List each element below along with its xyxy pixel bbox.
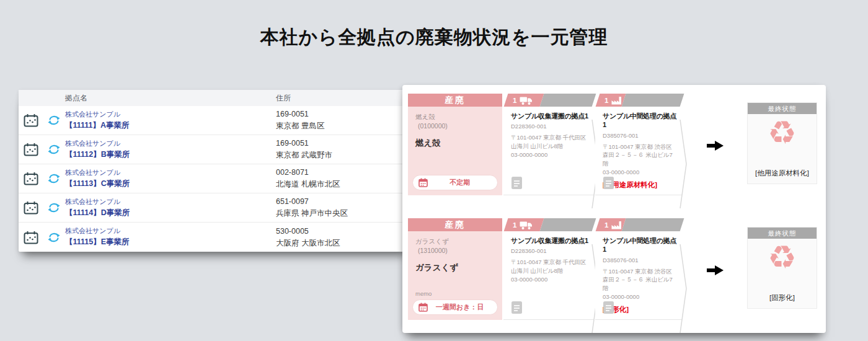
flow-arrow-icon bbox=[707, 265, 724, 275]
postal-code: 002-8071 bbox=[276, 167, 340, 179]
badge-tail bbox=[622, 218, 684, 231]
waste-code: (0100000) bbox=[415, 122, 497, 130]
transport-address: 〒101-0047 東京都 千代田区 山海川 山川ビル8階 bbox=[511, 258, 589, 275]
address-text: 北海道 札幌市北区 bbox=[276, 179, 340, 190]
table-row: 株式会社サンプル 【11114】D事業所 651-0097 兵庫県 神戸市中央区 bbox=[19, 193, 409, 223]
final-state-header: 最終状態 bbox=[748, 228, 817, 239]
address-cell: 169-0051 東京都 豊島区 bbox=[276, 108, 324, 132]
transport-address: 〒101-0047 東京都 千代田区 山海川 山川ビル8階 bbox=[511, 133, 589, 151]
postal-code: 169-0051 bbox=[276, 138, 332, 149]
table-row: 株式会社サンプル 【11112】B事業所 169-0051 東京都 武蔵野市 bbox=[19, 135, 409, 164]
refresh-icon[interactable] bbox=[46, 201, 61, 215]
processing-badge: 1 bbox=[596, 218, 684, 231]
processing-count: 1 bbox=[604, 97, 608, 104]
site-link[interactable]: 【11115】E事業所 bbox=[65, 236, 276, 247]
manifest-icon[interactable] bbox=[511, 301, 523, 314]
transport-phone: 03-0000-0000 bbox=[511, 275, 589, 284]
final-state-label: [固形化] bbox=[748, 293, 817, 303]
memo-label: memo bbox=[415, 290, 432, 297]
recycle-icon: ♻ bbox=[748, 115, 817, 151]
final-state-label: [他用途原材料化] bbox=[748, 169, 817, 178]
company-link[interactable]: 株式会社サンプル bbox=[65, 139, 276, 149]
waste-flow-card: 産廃 燃え殻 (0100000) 燃え殻 不定期 1 bbox=[408, 94, 826, 195]
site-link[interactable]: 【11111】A事業所 bbox=[65, 120, 276, 131]
company-link[interactable]: 株式会社サンプル bbox=[65, 197, 276, 207]
company-link[interactable]: 株式会社サンプル bbox=[65, 226, 276, 236]
column-header-site-name: 拠点名 bbox=[65, 93, 276, 104]
waste-info-column: 産廃 ガラスくず (1310000) ガラスくず memo 一週間おき：日 bbox=[408, 218, 502, 320]
manifest-icon[interactable] bbox=[603, 301, 614, 314]
schedule-pill[interactable]: 不定期 bbox=[412, 175, 498, 190]
site-name-cell: 株式会社サンプル 【11115】E事業所 bbox=[65, 226, 276, 247]
truck-icon bbox=[520, 96, 533, 105]
table-row: 株式会社サンプル 【11115】E事業所 530-0005 大阪府 大阪市北区 bbox=[19, 223, 409, 252]
site-link[interactable]: 【11113】C事業所 bbox=[65, 178, 276, 189]
site-link[interactable]: 【11112】B事業所 bbox=[65, 149, 276, 160]
processing-id: D385076-001 bbox=[603, 132, 677, 139]
processing-address: 〒101-0047 東京都 渋谷区 森田２－５－６ 米山ビル7階 bbox=[603, 267, 677, 293]
schedule-pill[interactable]: 一週間おき：日 bbox=[412, 299, 498, 315]
address-text: 東京都 豊島区 bbox=[276, 120, 324, 132]
processing-address: 〒101-0047 東京都 渋谷区 森田２－５－６ 米山ビル7階 bbox=[603, 143, 677, 168]
transport-count: 1 bbox=[513, 221, 516, 229]
waste-category-header: 産廃 bbox=[408, 218, 502, 231]
company-link[interactable]: 株式会社サンプル bbox=[65, 168, 276, 178]
factory-icon bbox=[611, 221, 622, 229]
refresh-icon[interactable] bbox=[46, 143, 61, 156]
factory-icon bbox=[611, 96, 622, 105]
site-name-cell: 株式会社サンプル 【11114】D事業所 bbox=[65, 197, 276, 218]
processing-title: サンプル中間処理の拠点1 bbox=[603, 112, 677, 130]
calendar-chart-icon[interactable] bbox=[24, 231, 38, 244]
column-header-address: 住所 bbox=[276, 93, 291, 104]
postal-code: 530-0005 bbox=[276, 226, 340, 237]
waste-category-header: 産廃 bbox=[408, 94, 502, 107]
transport-count: 1 bbox=[513, 97, 516, 104]
refresh-icon[interactable] bbox=[46, 231, 61, 244]
final-state-box: 最終状態 ♻ [固形化] bbox=[747, 227, 817, 309]
schedule-text: 一週間おき：日 bbox=[428, 303, 492, 312]
address-text: 大阪府 大阪市北区 bbox=[276, 237, 340, 249]
calendar-icon bbox=[418, 303, 428, 312]
manifest-icon[interactable] bbox=[603, 176, 614, 190]
processing-count: 1 bbox=[604, 221, 608, 229]
refresh-icon[interactable] bbox=[46, 113, 61, 127]
site-link[interactable]: 【11114】D事業所 bbox=[65, 207, 276, 218]
page-title: 本社から全拠点の廃棄物状況を一元管理 bbox=[0, 25, 868, 50]
transport-badge: 1 bbox=[504, 218, 596, 231]
flow-arrow-icon bbox=[707, 141, 724, 151]
transport-title: サンプル収集運搬の拠点1 bbox=[511, 236, 589, 245]
address-cell: 530-0005 大阪府 大阪市北区 bbox=[276, 226, 340, 249]
waste-flow-card: 産廃 ガラスくず (1310000) ガラスくず memo 一週間おき：日 1 bbox=[408, 218, 826, 320]
address-cell: 651-0097 兵庫県 神戸市中央区 bbox=[276, 196, 348, 219]
address-cell: 169-0051 東京都 武蔵野市 bbox=[276, 138, 332, 161]
waste-name-small: ガラスくず bbox=[415, 237, 497, 247]
table-row: 株式会社サンプル 【11111】A事業所 169-0051 東京都 豊島区 bbox=[19, 106, 409, 135]
postal-code: 169-0051 bbox=[276, 108, 324, 120]
calendar-chart-icon[interactable] bbox=[24, 143, 38, 156]
manifest-icon[interactable] bbox=[511, 176, 523, 190]
processing-phone: 03-0000-0000 bbox=[603, 168, 677, 177]
table-header: 拠点名 住所 bbox=[19, 90, 409, 106]
table-row: 株式会社サンプル 【11113】C事業所 002-8071 北海道 札幌市北区 bbox=[19, 164, 409, 193]
badge-tail bbox=[540, 218, 596, 231]
transport-title: サンプル収集運搬の拠点1 bbox=[511, 112, 589, 120]
calendar-chart-icon[interactable] bbox=[24, 172, 38, 185]
truck-icon bbox=[520, 221, 533, 229]
calendar-chart-icon[interactable] bbox=[24, 201, 38, 215]
schedule-text: 不定期 bbox=[428, 178, 492, 187]
refresh-icon[interactable] bbox=[46, 172, 61, 185]
calendar-chart-icon[interactable] bbox=[24, 113, 38, 127]
transport-column: 1 サンプル収集運搬の拠点1 D228360-001 〒101-0047 東京都… bbox=[503, 218, 594, 320]
address-text: 東京都 武蔵野市 bbox=[276, 149, 332, 161]
processing-badge: 1 bbox=[596, 94, 684, 107]
waste-code: (1310000) bbox=[415, 247, 497, 254]
waste-info-body: 燃え殻 (0100000) 燃え殻 不定期 bbox=[408, 107, 502, 195]
postal-code: 651-0097 bbox=[276, 196, 348, 208]
site-name-cell: 株式会社サンプル 【11111】A事業所 bbox=[65, 110, 276, 131]
transport-badge: 1 bbox=[504, 94, 596, 107]
badge-tail bbox=[540, 94, 596, 107]
transport-id: D228360-001 bbox=[511, 247, 589, 254]
company-link[interactable]: 株式会社サンプル bbox=[65, 110, 276, 120]
waste-name-bold: ガラスくず bbox=[415, 262, 497, 273]
address-text: 兵庫県 神戸市中央区 bbox=[276, 208, 348, 219]
